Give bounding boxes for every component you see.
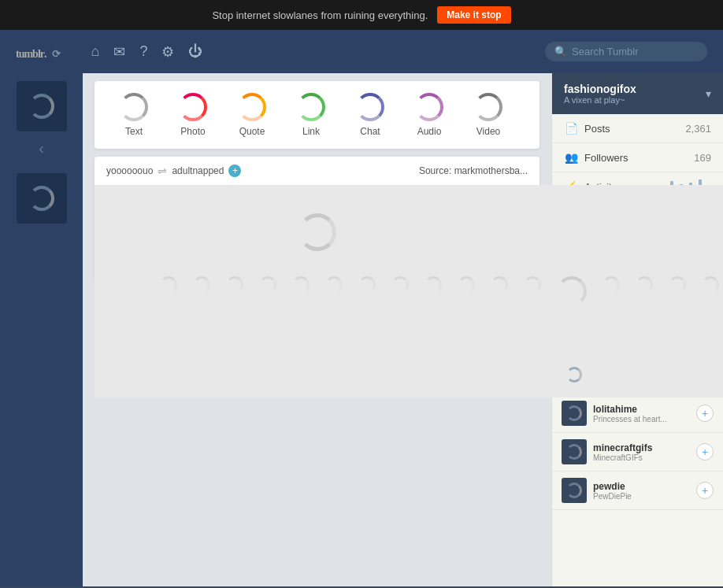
blog-avatar-spinner-1: [566, 405, 582, 421]
video-type-icon: [474, 93, 502, 121]
post-loading-spinner-bottom: [298, 213, 336, 251]
power-icon[interactable]: ⏻: [188, 43, 202, 60]
blog-dropdown-icon[interactable]: ▾: [706, 87, 711, 100]
post-type-chat[interactable]: Chat: [343, 89, 398, 141]
posts-label: Posts: [584, 123, 679, 135]
blog-name-pewdie: pewdie: [593, 481, 690, 492]
link-type-icon: [297, 93, 325, 121]
followers-label: Followers: [584, 152, 688, 164]
load-spinner-7: [358, 276, 376, 279]
post-type-video[interactable]: Video: [461, 89, 516, 141]
post-type-link[interactable]: Link: [284, 89, 339, 141]
blog-desc-pewdie: PewDiePie: [593, 492, 690, 501]
blog-avatar-spinner-3: [566, 483, 582, 498]
post-type-text[interactable]: Text: [106, 89, 161, 141]
nav-icons: ⌂ ✉ ? ⚙ ⏻: [91, 43, 530, 61]
blog-name-minecraftgifs: minecraftgifs: [593, 442, 690, 453]
help-icon[interactable]: ?: [139, 43, 147, 60]
load-spinner-10: [458, 276, 475, 279]
post-type-audio[interactable]: Audio: [402, 89, 457, 141]
blog-info-pewdie: pewdie PewDiePie: [593, 481, 690, 501]
banner-text: Stop internet slowlanes from ruining eve…: [212, 9, 428, 21]
load-spinner-2: [193, 276, 210, 279]
load-spinner-8: [391, 276, 409, 279]
logo-dot: .: [44, 48, 46, 60]
quote-type-icon: [238, 93, 266, 121]
reblog-icon: ⇌: [158, 165, 167, 177]
recommended-blog-1: lolitahime Princesses at heart... +: [552, 394, 723, 433]
settings-icon[interactable]: ⚙: [161, 43, 174, 61]
follow-button-minecraftgifs[interactable]: +: [696, 443, 714, 460]
sidebar-followers[interactable]: 👥 Followers 169: [552, 143, 723, 172]
audio-type-label: Audio: [417, 126, 442, 137]
post-type-photo[interactable]: Photo: [165, 89, 221, 141]
chat-type-label: Chat: [360, 126, 380, 137]
search-icon: 🔍: [554, 46, 567, 57]
blog-info: fashionogifox A vixen at play~: [564, 83, 636, 105]
text-type-icon: [120, 93, 148, 121]
collapse-left-icon[interactable]: ‹: [39, 139, 44, 157]
user-avatar-1[interactable]: [17, 81, 67, 131]
follow-post-author-button[interactable]: +: [228, 165, 241, 177]
left-sidebar: ‹: [0, 73, 83, 586]
recommended-blog-3: pewdie PewDiePie +: [552, 472, 723, 510]
load-spinner-1: [160, 276, 177, 279]
search-input[interactable]: [572, 46, 698, 57]
chat-type-icon: [356, 93, 384, 121]
blog-avatar-spinner-2: [566, 444, 582, 460]
sidebar-posts[interactable]: 📄 Posts 2,361: [552, 114, 723, 143]
search-box: 🔍: [545, 42, 707, 61]
load-spinner-12: [524, 276, 539, 279]
photo-type-label: Photo: [180, 126, 205, 137]
blog-avatar-minecraftgifs: [562, 439, 587, 464]
text-type-label: Text: [125, 126, 143, 137]
center-feed: Text Photo Quote Link Chat Audio: [83, 73, 551, 586]
link-type-label: Link: [302, 126, 320, 137]
mail-icon[interactable]: ✉: [113, 43, 125, 61]
blog-avatar-spinner-0: [566, 367, 582, 383]
post-reblog-from: adultnapped: [172, 165, 224, 176]
video-type-label: Video: [476, 126, 500, 137]
quote-type-label: Quote: [239, 126, 265, 137]
blog-subtitle: A vixen at play~: [564, 95, 636, 105]
announcement-banner: Stop internet slowlanes from ruining eve…: [0, 0, 723, 30]
post-source: Source: markmothersba...: [419, 165, 528, 176]
blog-desc-lolitahime: Princesses at heart...: [593, 415, 690, 423]
blog-desc-minecraftgifs: MinecraftGIFs: [593, 453, 690, 462]
post-header-left: yoooooouо ⇌ adultnapped +: [106, 165, 241, 177]
main-layout: ‹ Text Photo Quote Link: [0, 73, 723, 586]
followers-count: 169: [694, 152, 711, 164]
blog-info-minecraftgifs: minecraftgifs MinecraftGIFs: [593, 442, 690, 462]
followers-icon: 👥: [564, 150, 578, 165]
post-author: yoooooouо: [106, 165, 153, 176]
recommended-blog-2: minecraftgifs MinecraftGIFs +: [552, 433, 723, 472]
follow-button-pewdie[interactable]: +: [696, 482, 714, 499]
load-spinner-4: [259, 276, 276, 279]
blog-avatar-pewdie: [562, 478, 587, 503]
post-type-bar: Text Photo Quote Link Chat Audio: [95, 81, 539, 149]
banner-cta-button[interactable]: Make it stop: [437, 6, 510, 24]
blog-name: fashionogifox: [564, 83, 636, 95]
post-type-quote[interactable]: Quote: [224, 89, 280, 141]
home-icon[interactable]: ⌂: [91, 43, 100, 60]
follow-button-lolitahime[interactable]: +: [696, 405, 714, 422]
load-spinner-3: [226, 276, 243, 279]
blog-name-lolitahime: lolitahime: [593, 404, 690, 415]
avatar-loading-spinner-2: [29, 186, 54, 211]
posts-icon: 📄: [564, 121, 578, 135]
photo-type-icon: [179, 93, 207, 121]
avatar-loading-spinner: [29, 94, 54, 119]
audio-type-icon: [415, 93, 443, 121]
main-header: tumblr. ⟳ ⌂ ✉ ? ⚙ ⏻ 🔍: [0, 30, 723, 73]
tumblr-logo: tumblr. ⟳: [16, 37, 60, 66]
blog-avatar-lolitahime: [562, 401, 587, 426]
load-spinner-9: [425, 276, 442, 279]
post-card: yoooooouо ⇌ adultnapped + Source: markmo…: [95, 157, 539, 279]
post-header: yoooooouо ⇌ adultnapped + Source: markmo…: [95, 157, 539, 185]
blog-header[interactable]: fashionogifox A vixen at play~ ▾: [552, 73, 723, 114]
posts-count: 2,361: [685, 123, 711, 135]
user-avatar-2[interactable]: [17, 173, 67, 224]
load-spinner-11: [491, 276, 508, 279]
load-spinner-6: [325, 276, 343, 279]
load-spinner-5: [292, 276, 310, 279]
